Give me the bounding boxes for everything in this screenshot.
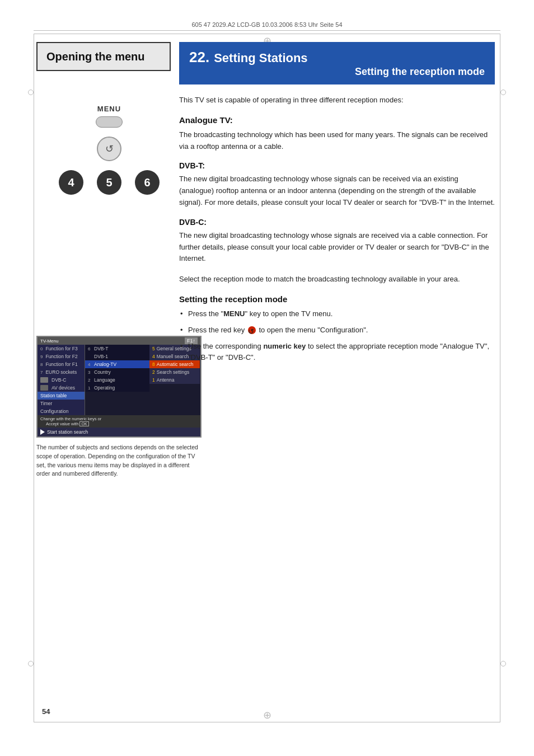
menu-note-text: The number of subjects and sections depe…	[36, 443, 202, 478]
bullet-item-1: Press the "MENU" key to open the TV menu…	[179, 308, 495, 320]
main-country: 3Country	[85, 368, 149, 376]
chapter-number: 22.	[189, 49, 209, 66]
sidebar-function-f2: 9 Function for F2	[38, 353, 85, 360]
sidebar-station-table[interactable]: Station table	[38, 392, 85, 400]
sidebar-av-devices: AV devices	[38, 384, 85, 392]
start-station-search-bar[interactable]: Start station search	[38, 428, 200, 436]
dvbt-text: The new digital broadcasting technology …	[179, 173, 495, 208]
header-bar: 605 47 2029.A2 LCD-GB 10.03.2006 8:53 Uh…	[34, 21, 500, 31]
chapter-heading: 22. Setting Stations Setting the recepti…	[179, 42, 495, 84]
sidebar-timer: Timer	[38, 400, 85, 407]
section-title-text: Opening the menu	[46, 50, 145, 63]
red-key-icon: ↺	[248, 326, 256, 334]
sidebar-euro-sockets: 7 EURO sockets	[38, 368, 85, 376]
menu-content-area: 0 Function for F3 9 Function for F2 8 Fu…	[38, 345, 200, 415]
chapter-title: Setting Stations	[214, 51, 307, 65]
play-icon	[40, 429, 45, 435]
dvbc-section: DVB-C: The new digital broadcasting tech…	[179, 218, 495, 265]
bullet-list: Press the "MENU" key to open the TV menu…	[179, 308, 495, 364]
sidebar-function-f1: 8 Function for F1	[38, 360, 85, 368]
tv-menu-label: TV-Menu	[40, 339, 58, 344]
sub-search-settings: 2Search settings	[149, 368, 200, 376]
dvbt-section: DVB-T: The new digital broadcasting tech…	[179, 161, 495, 208]
main-language: 2Language	[85, 376, 149, 384]
bullet-item-2: Press the red key ↺ to open the menu "Co…	[179, 325, 495, 336]
header-meta-text: 605 47 2029.A2 LCD-GB 10.03.2006 8:53 Uh…	[191, 21, 342, 28]
analogue-tv-text: The broadcasting technology which has be…	[179, 129, 495, 153]
tv-menu-sidebar: 0 Function for F3 9 Function for F2 8 Fu…	[38, 345, 85, 415]
nav-button-4[interactable]: 4	[59, 170, 83, 195]
sub-antenna: 1Antenna	[149, 376, 200, 384]
tv-menu-mockup: TV-Menu F1↑ 0 Function for F3 9 Function…	[36, 336, 202, 478]
main-dvb1: DVB-1	[85, 353, 149, 360]
sidebar-dvbc: DVB-C	[38, 376, 85, 384]
back-button[interactable]: ↺	[97, 137, 121, 161]
setting-heading: Setting the reception mode	[179, 294, 495, 304]
analogue-tv-section: Analogue TV: The broadcasting technology…	[179, 115, 495, 153]
chapter-subtitle: Setting the reception mode	[355, 66, 485, 77]
sidebar-function-f3: 0 Function for F3	[38, 345, 85, 353]
nav-button-5[interactable]: 5	[97, 170, 121, 195]
nav-buttons-row: 4 5 6	[59, 170, 160, 195]
select-text: Select the reception mode to match the b…	[179, 274, 495, 285]
dvbt-heading: DVB-T:	[179, 161, 495, 170]
sidebar-configuration: Configuration	[38, 407, 85, 415]
analogue-tv-heading: Analogue TV:	[179, 115, 495, 125]
main-analog-tv: 4Analog-TV	[85, 360, 149, 368]
tv-menu-main: 6DVB-T DVB-1 4Analog-TV 3Country 2Langua…	[85, 345, 149, 392]
menu-top-row: TV-Menu F1↑	[38, 337, 200, 345]
nav-button-6[interactable]: 6	[135, 170, 160, 195]
remote-area: MENU ↺ 4 5 6	[36, 105, 171, 195]
menu-bottom-help: Change with the numeric keys or Accept v…	[38, 415, 200, 428]
dvbc-heading: DVB-C:	[179, 218, 495, 227]
page-number: 54	[42, 707, 50, 716]
menu-button[interactable]	[96, 116, 123, 128]
section-title-box: Opening the menu	[36, 42, 171, 71]
dvbc-text: The new digital broadcasting technology …	[179, 230, 495, 265]
start-search-label: Start station search	[47, 429, 88, 435]
menu-label: MENU	[97, 105, 121, 113]
main-dvbt: 6DVB-T	[85, 345, 149, 353]
intro-text: This TV set is capable of operating in t…	[179, 95, 495, 106]
main-operating: 1Operating	[85, 384, 149, 392]
right-column: 22. Setting Stations Setting the recepti…	[179, 42, 495, 368]
bullet-item-3: Use the corresponding numeric key to sel…	[179, 341, 495, 364]
left-column: Opening the menu MENU ↺ 4 5 6	[36, 42, 171, 195]
menu-screen: TV-Menu F1↑ 0 Function for F3 9 Function…	[36, 336, 202, 438]
setting-section: Setting the reception mode Press the "ME…	[179, 294, 495, 364]
